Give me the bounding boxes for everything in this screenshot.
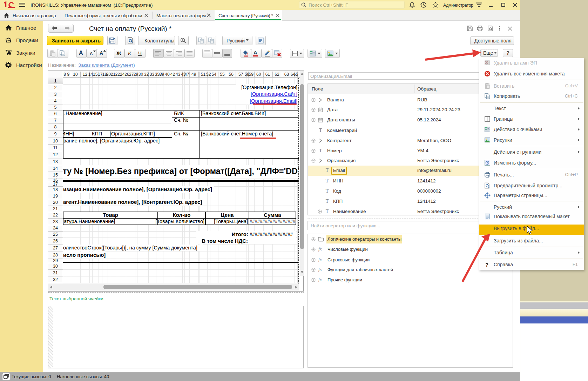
svg-text:R: R: [313, 52, 315, 54]
svg-text:R: R: [488, 127, 489, 129]
